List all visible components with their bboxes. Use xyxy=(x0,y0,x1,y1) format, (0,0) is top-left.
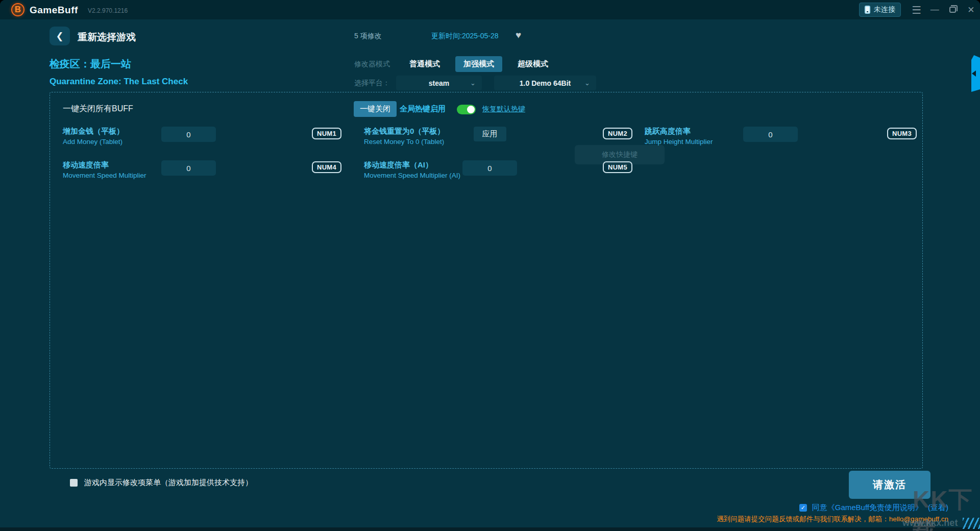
window-controls: ☰ — ✕ xyxy=(908,0,980,19)
app-version: V2.2.970.1216 xyxy=(88,7,128,14)
game-title-en: Quarantine Zone: The Last Check xyxy=(50,77,188,87)
modify-hotkey-tooltip: 修改快捷键 xyxy=(575,145,665,164)
contact-email-link[interactable]: hello@gamebuff.cn xyxy=(889,515,948,523)
apply-button[interactable]: 应用 xyxy=(474,127,506,141)
chevron-left-icon xyxy=(972,70,976,77)
version-dropdown[interactable]: 1.0 Demo 64Bit ⌄ xyxy=(494,76,596,90)
app-name: GameBuff xyxy=(30,5,78,16)
close-all-button[interactable]: 一键关闭 xyxy=(354,101,397,117)
app-window: B GameBuff V2.2.970.1216 未连接 ☰ — ✕ ❮ 重新选… xyxy=(0,0,980,531)
back-button[interactable]: ❮ xyxy=(50,27,70,45)
global-hotkey-toggle[interactable] xyxy=(457,105,476,114)
move-speed-ai-input[interactable] xyxy=(462,160,517,176)
titlebar: B GameBuff V2.2.970.1216 未连接 ☰ — ✕ xyxy=(0,0,980,19)
toggle-knob xyxy=(467,106,475,113)
cheat-label: 移动速度倍率 Movement Speed Multiplier xyxy=(63,160,161,180)
minimize-icon[interactable]: — xyxy=(926,0,944,19)
move-speed-input[interactable] xyxy=(161,160,216,176)
restore-default-hotkeys-link[interactable]: 恢复默认热键 xyxy=(482,105,525,114)
ingame-menu-row: 游戏内显示修改项菜单（游戏加加提供技术支持） xyxy=(70,478,253,488)
activate-button[interactable]: 请激活 xyxy=(849,471,930,499)
platform-dropdown[interactable]: steam ⌄ xyxy=(396,76,482,90)
tab-enhanced-mode[interactable]: 加强模式 xyxy=(455,56,502,72)
contact-text: 遇到问题请提交问题反馈或邮件与我们联系解决，邮箱： xyxy=(717,515,889,523)
agreement-checkbox[interactable]: ✓ xyxy=(799,504,807,512)
global-hotkey-label: 全局热键启用 xyxy=(400,104,446,114)
back-icon: ❮ xyxy=(56,31,63,42)
tablet-icon xyxy=(865,6,870,14)
cheat-label: 移动速度倍率（AI） Movement Speed Multiplier (AI… xyxy=(364,160,462,180)
connection-status-button[interactable]: 未连接 xyxy=(859,3,901,17)
connection-status-label: 未连接 xyxy=(874,5,895,14)
bottom-edge xyxy=(0,527,980,531)
trainer-mode-row: 修改器模式 普通模式 加强模式 超级模式 xyxy=(354,56,564,72)
update-time: 更新时间:2025-05-28 xyxy=(431,32,499,41)
hotkey-badge-num1[interactable]: NUM1 xyxy=(312,128,341,139)
agreement-view-link[interactable]: (查看) xyxy=(928,503,948,513)
cheat-row-jump-height: 跳跃高度倍率 Jump Height Multiplier NUM3 xyxy=(645,126,917,147)
gamebuff-logo-icon: B xyxy=(11,3,24,16)
cheat-label: 增加金钱（平板） Add Money (Tablet) xyxy=(63,126,161,147)
version-dropdown-value: 1.0 Demo 64Bit xyxy=(520,79,571,87)
platform-label: 选择平台： xyxy=(354,79,390,88)
panel-header: 一键关闭所有BUFF 一键关闭 全局热键启用 恢复默认热键 xyxy=(63,104,912,114)
favorite-heart-icon[interactable]: ♥ xyxy=(516,30,521,41)
platform-dropdown-value: steam xyxy=(429,79,449,87)
cheat-label: 将金钱重置为0（平板） Reset Money To 0 (Tablet) xyxy=(364,126,462,147)
ingame-menu-label: 游戏内显示修改项菜单（游戏加加提供技术支持） xyxy=(84,478,253,488)
hotkey-badge-num2[interactable]: NUM2 xyxy=(603,128,632,139)
tab-super-mode[interactable]: 超级模式 xyxy=(509,56,556,72)
add-money-input[interactable] xyxy=(161,127,216,142)
cheat-label: 跳跃高度倍率 Jump Height Multiplier xyxy=(645,126,743,147)
ingame-menu-checkbox[interactable] xyxy=(70,479,78,487)
hotkey-badge-num3[interactable]: NUM3 xyxy=(887,128,917,139)
agreement-row: ✓ 同意《GameBuff免责使用说明》 (查看) xyxy=(799,503,948,513)
cheat-row-add-money: 增加金钱（平板） Add Money (Tablet) NUM1 xyxy=(63,126,341,147)
maximize-icon[interactable] xyxy=(944,0,962,19)
cheat-row-reset-money: 将金钱重置为0（平板） Reset Money To 0 (Tablet) 应用… xyxy=(364,126,632,147)
chevron-down-icon: ⌄ xyxy=(470,79,476,87)
close-icon[interactable]: ✕ xyxy=(962,0,980,19)
cheat-panel: 一键关闭所有BUFF 一键关闭 全局热键启用 恢复默认热键 增加金钱（平板） A… xyxy=(50,92,923,469)
trainer-mode-label: 修改器模式 xyxy=(354,60,390,69)
menu-icon[interactable]: ☰ xyxy=(908,0,926,19)
jump-height-input[interactable] xyxy=(743,127,798,142)
contact-row: 遇到问题请提交问题反馈或邮件与我们联系解决，邮箱：hello@gamebuff.… xyxy=(717,515,948,524)
game-title-cn: 检疫区：最后一站 xyxy=(50,57,131,71)
mods-count: 5 项修改 xyxy=(354,32,382,41)
agreement-link[interactable]: 同意《GameBuff免责使用说明》 xyxy=(812,503,923,513)
platform-row: 选择平台： steam ⌄ 1.0 Demo 64Bit ⌄ xyxy=(354,76,608,90)
cheat-row-move-speed: 移动速度倍率 Movement Speed Multiplier NUM4 xyxy=(63,160,341,180)
close-all-buff-label: 一键关闭所有BUFF xyxy=(63,104,133,114)
hotkey-badge-num4[interactable]: NUM4 xyxy=(312,161,341,173)
side-drawer-tab[interactable] xyxy=(971,55,980,92)
tab-normal-mode[interactable]: 普通模式 xyxy=(401,56,448,72)
chevron-down-icon: ⌄ xyxy=(584,79,590,87)
page-title: 重新选择游戏 xyxy=(78,31,136,44)
